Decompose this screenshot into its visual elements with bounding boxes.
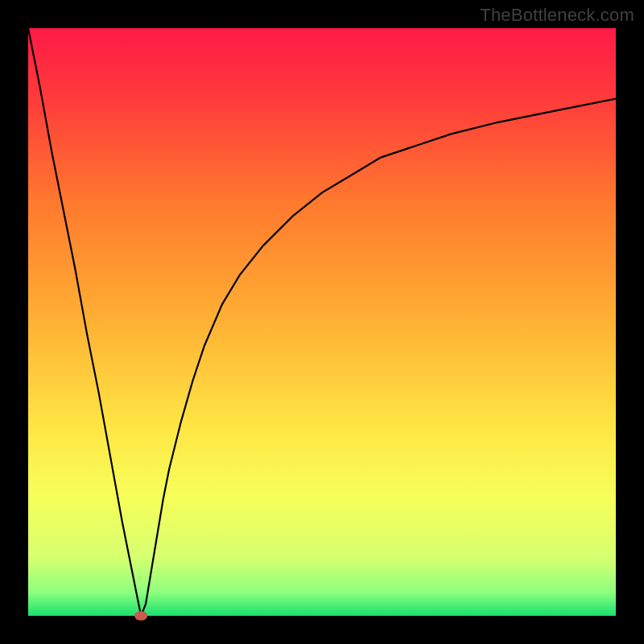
chart-svg [28, 28, 616, 616]
curve-right-branch [141, 99, 616, 616]
curve-left-branch [28, 28, 141, 616]
optimum-marker [134, 611, 147, 621]
chart-frame: TheBottleneck.com [0, 0, 644, 644]
watermark-text: TheBottleneck.com [480, 5, 634, 26]
plot-area [28, 28, 616, 616]
